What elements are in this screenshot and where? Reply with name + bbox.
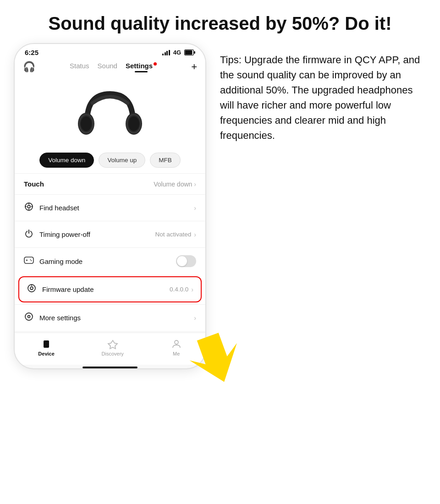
tab-sound[interactable]: Sound (98, 62, 117, 72)
firmware-update-icon (27, 284, 37, 295)
firmware-version: 0.4.0.0 (170, 286, 188, 293)
firmware-update-left: Firmware update (27, 284, 94, 295)
4g-label: 4G (173, 49, 181, 56)
find-headset-right: › (194, 204, 196, 212)
find-headset-left: Find headset (24, 202, 79, 214)
svg-rect-1 (185, 50, 192, 55)
mfb-button[interactable]: MFB (150, 153, 181, 168)
headset-nav-icon: 🎧 (23, 61, 35, 73)
status-icons: 4G (162, 49, 195, 56)
headset-area (15, 73, 205, 149)
bottom-nav-discovery[interactable]: Discovery (102, 339, 124, 356)
discovery-nav-icon (107, 339, 118, 350)
home-indicator (82, 367, 138, 368)
button-group: Volume down Volume up MFB (15, 149, 205, 173)
volume-up-button[interactable]: Volume up (99, 153, 145, 168)
svg-rect-15 (24, 257, 33, 263)
gaming-mode-row[interactable]: Gaming mode (15, 247, 205, 274)
bottom-nav: Device Discovery Me (15, 333, 205, 365)
timing-power-value: Not activated (155, 231, 192, 238)
svg-point-23 (25, 313, 33, 320)
svg-point-18 (30, 259, 31, 260)
svg-marker-26 (108, 340, 117, 349)
device-nav-icon (41, 339, 52, 350)
arrow-container (181, 325, 254, 380)
touch-value: Volume down › (154, 181, 196, 188)
bottom-nav-me[interactable]: Me (171, 339, 182, 356)
app-nav: 🎧 Status Sound SettingsSettings + (15, 58, 205, 73)
more-settings-chevron-icon: › (194, 314, 196, 322)
svg-rect-2 (194, 51, 195, 54)
right-content: Tips: Upgrade the firmware in QCY APP, a… (220, 43, 426, 143)
more-settings-icon (24, 312, 34, 323)
timing-power-left: Timing power-off (24, 229, 90, 240)
headset-image (73, 80, 147, 144)
signal-bars-icon (162, 50, 170, 55)
tip-text: Tips: Upgrade the firmware in QCY APP, a… (220, 52, 426, 143)
me-nav-icon (171, 339, 182, 350)
volume-down-button[interactable]: Volume down (39, 153, 94, 168)
find-headset-row[interactable]: Find headset › (15, 194, 205, 221)
device-nav-label: Device (38, 351, 54, 356)
tab-status[interactable]: Status (70, 62, 89, 72)
svg-point-21 (30, 287, 33, 290)
more-settings-right: › (194, 314, 196, 322)
svg-rect-25 (44, 340, 49, 348)
more-settings-row[interactable]: More settings › (15, 304, 205, 331)
svg-point-24 (28, 316, 30, 318)
svg-point-27 (175, 340, 178, 344)
firmware-update-right: 0.4.0.0 › (170, 286, 193, 293)
gaming-mode-toggle[interactable] (176, 255, 196, 267)
timing-power-label: Timing power-off (39, 230, 90, 238)
gaming-mode-left: Gaming mode (24, 257, 82, 266)
me-nav-label: Me (173, 351, 180, 356)
svg-point-4 (81, 116, 92, 131)
gaming-mode-icon (24, 257, 34, 266)
find-headset-icon (24, 202, 34, 214)
power-icon (24, 229, 34, 240)
settings-dot (154, 62, 157, 66)
gaming-mode-right (176, 255, 196, 267)
yellow-arrow-icon (181, 325, 254, 385)
timing-power-row[interactable]: Timing power-off Not activated › (15, 221, 205, 247)
status-bar: 6:25 4G (15, 44, 205, 58)
firmware-update-row[interactable]: Firmware update 0.4.0.0 › (18, 276, 202, 302)
bottom-nav-device[interactable]: Device (38, 339, 54, 356)
timing-power-right: Not activated › (155, 231, 196, 238)
find-headset-label: Find headset (39, 204, 79, 212)
more-settings-label: More settings (39, 314, 81, 322)
discovery-nav-label: Discovery (102, 351, 124, 356)
touch-label: Touch (24, 180, 44, 188)
more-settings-left: More settings (24, 312, 81, 323)
timing-power-chevron-icon: › (194, 231, 196, 238)
firmware-chevron-icon: › (191, 286, 193, 293)
tab-settings[interactable]: SettingsSettings (126, 62, 157, 72)
svg-point-19 (31, 260, 32, 261)
nav-tabs: Status Sound SettingsSettings (70, 62, 157, 72)
main-heading: Sound quality increased by 50%? Do it! (0, 0, 440, 43)
svg-point-6 (128, 116, 139, 131)
firmware-update-label: Firmware update (42, 285, 94, 293)
status-time: 6:25 (25, 49, 38, 56)
find-headset-chevron-icon: › (194, 204, 196, 212)
toggle-knob (177, 256, 187, 266)
svg-marker-28 (184, 328, 248, 385)
gaming-mode-label: Gaming mode (39, 257, 82, 265)
touch-row[interactable]: Touch Volume down › (15, 173, 205, 194)
add-button[interactable]: + (191, 61, 197, 73)
settings-list: Find headset › Timing power-off (15, 194, 205, 331)
touch-chevron-icon: › (194, 181, 196, 188)
phone-mockup: 6:25 4G 🎧 Status (14, 43, 206, 369)
battery-icon (184, 49, 195, 55)
content-area: 6:25 4G 🎧 Status (0, 43, 440, 369)
svg-point-10 (28, 205, 30, 208)
